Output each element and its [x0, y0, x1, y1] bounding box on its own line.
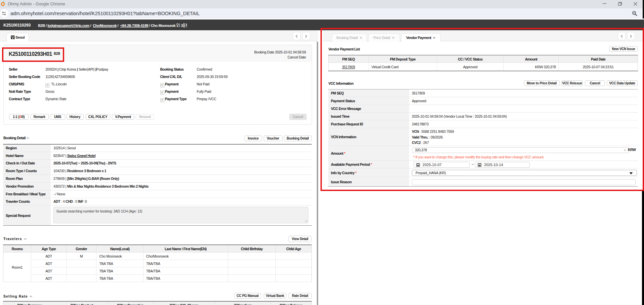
svg-text:3: 3 — [181, 24, 183, 28]
